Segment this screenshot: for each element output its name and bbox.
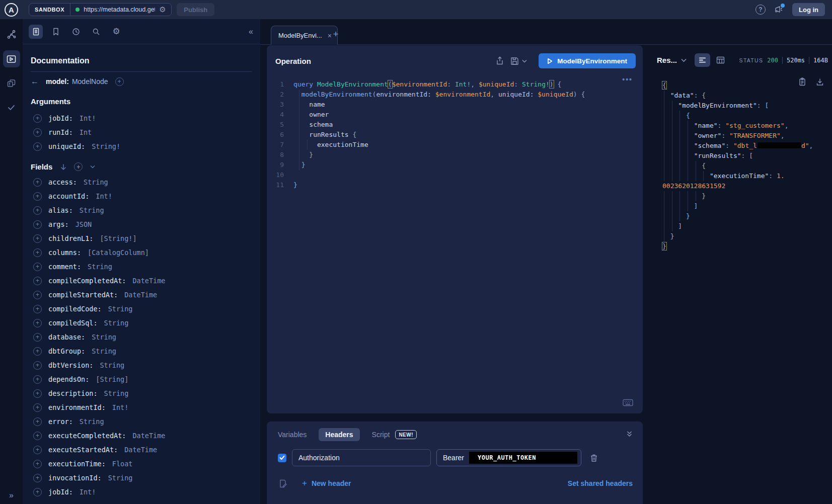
add-to-query-icon[interactable]: + [33,192,42,201]
add-to-query-icon[interactable]: + [33,460,42,468]
add-to-query-icon[interactable]: + [33,178,42,187]
save-operation-icon[interactable] [510,57,519,65]
schema-graph-icon[interactable] [3,26,20,43]
add-to-query-icon[interactable]: + [33,446,42,454]
operation-tab[interactable]: ModelByEnvi... × [271,26,338,45]
endpoint-settings-gear-icon[interactable]: ⚙ [159,6,166,14]
field-type[interactable]: String [92,347,116,355]
new-tab-button[interactable]: + [330,28,342,40]
field-type[interactable]: String [104,389,129,397]
table-view-toggle-icon[interactable] [716,56,725,64]
run-operation-button[interactable]: ModelByEnvironment [539,53,636,68]
edit-as-text-icon[interactable] [279,479,287,488]
field-type[interactable]: String [100,361,124,369]
add-to-query-icon[interactable]: + [33,263,42,271]
add-to-query-icon[interactable]: + [33,220,42,229]
help-icon[interactable]: ? [755,5,766,15]
keyboard-shortcuts-icon[interactable] [623,399,633,406]
delete-header-icon[interactable] [590,454,598,462]
add-to-query-icon[interactable]: + [33,474,42,482]
collections-icon[interactable] [3,74,20,92]
field-type[interactable]: String [80,417,104,426]
save-menu-chevron-icon[interactable] [522,59,527,63]
add-to-query-icon[interactable]: + [33,347,42,356]
add-to-query-icon[interactable]: + [33,488,42,496]
field-type[interactable]: [String] [96,375,128,383]
code-line: 3 name [267,100,643,110]
header-value-input[interactable]: Bearer YOUR_AUTH_TOKEN [436,449,581,466]
add-to-query-icon[interactable]: + [33,234,42,243]
add-to-query-icon[interactable]: + [33,291,42,299]
add-to-query-icon[interactable]: + [33,361,42,370]
collapse-docs-icon[interactable]: « [249,27,253,36]
add-to-query-icon[interactable]: + [33,206,42,215]
tab-headers[interactable]: Headers [319,428,359,441]
settings-tab-icon[interactable]: ⚙ [109,25,123,39]
collapse-panel-icon[interactable] [626,430,633,439]
share-operation-icon[interactable] [496,56,504,65]
response-menu-chevron-icon[interactable] [681,58,687,62]
breadcrumb-type[interactable]: ModelNode [72,77,108,86]
add-to-query-icon[interactable]: + [33,128,42,137]
tree-view-toggle-icon[interactable] [695,53,710,67]
login-button[interactable]: Log in [792,3,825,16]
expand-rail-icon[interactable]: » [0,491,23,500]
field-type[interactable]: Int [80,128,92,136]
add-to-query-icon[interactable]: + [33,248,42,257]
field-type[interactable]: DateTime [124,291,157,299]
field-type[interactable]: String [92,333,116,341]
sort-fields-icon[interactable] [60,163,66,171]
add-to-query-icon[interactable]: + [33,114,42,123]
field-type[interactable]: Int! [112,403,129,411]
field-type[interactable]: [CatalogColumn] [88,248,149,257]
add-to-query-icon[interactable]: + [33,319,42,327]
back-arrow-icon[interactable]: ← [31,77,39,86]
field-type[interactable]: Int! [80,114,96,122]
search-tab-icon[interactable] [89,25,103,39]
response-body[interactable]: { "data": { "modelByEnvironment": [ { "n… [649,75,832,504]
checks-icon[interactable] [3,99,20,116]
endpoint-url-input[interactable]: https://metadata.cloud.get ⚙ [70,4,171,16]
set-shared-headers-link[interactable]: Set shared headers [568,479,633,487]
field-type[interactable]: JSON [75,220,92,228]
tab-script[interactable]: Script [372,431,390,439]
add-to-query-icon[interactable]: + [33,432,42,440]
header-name-input[interactable]: Authorization [292,449,431,466]
query-editor[interactable]: 1query ModelByEnvironment($environmentId… [267,79,643,190]
field-type[interactable]: String [108,305,133,313]
field-type[interactable]: String [84,178,108,186]
add-to-query-icon[interactable]: + [33,142,42,151]
field-type[interactable]: DateTime [132,277,165,285]
tab-variables[interactable]: Variables [278,431,307,439]
announcements-icon[interactable] [774,5,784,14]
explorer-tab-icon[interactable] [3,50,20,67]
add-to-query-icon[interactable]: + [33,375,42,384]
field-type[interactable]: String [104,319,129,327]
fields-menu-chevron-icon[interactable] [90,165,95,169]
history-tab-icon[interactable] [69,25,83,39]
field-type[interactable]: String [80,206,104,214]
field-type[interactable]: DateTime [124,446,157,454]
apollo-logo[interactable]: A [0,3,23,17]
publish-button[interactable]: Publish [177,3,214,16]
documentation-tab-icon[interactable] [29,25,43,39]
add-to-query-icon[interactable]: + [33,389,42,398]
add-to-query-icon[interactable]: + [33,333,42,342]
field-type[interactable]: Int! [80,488,96,496]
add-to-query-icon[interactable]: + [33,417,42,426]
add-to-query-icon[interactable]: + [33,403,42,412]
field-type[interactable]: [String!] [100,234,136,242]
add-type-icon[interactable]: + [115,77,124,86]
field-type[interactable]: String [108,474,133,482]
field-type[interactable]: DateTime [132,432,165,440]
field-type[interactable]: String [88,263,112,271]
add-to-query-icon[interactable]: + [33,305,42,313]
field-type[interactable]: String! [92,142,120,150]
new-header-button[interactable]: + New header [302,478,351,488]
bookmarks-tab-icon[interactable] [49,25,63,39]
field-type[interactable]: Float [112,460,133,468]
field-type[interactable]: Int! [96,192,112,200]
header-enabled-checkbox[interactable] [278,454,286,462]
add-all-fields-icon[interactable]: + [74,162,83,171]
add-to-query-icon[interactable]: + [33,277,42,285]
